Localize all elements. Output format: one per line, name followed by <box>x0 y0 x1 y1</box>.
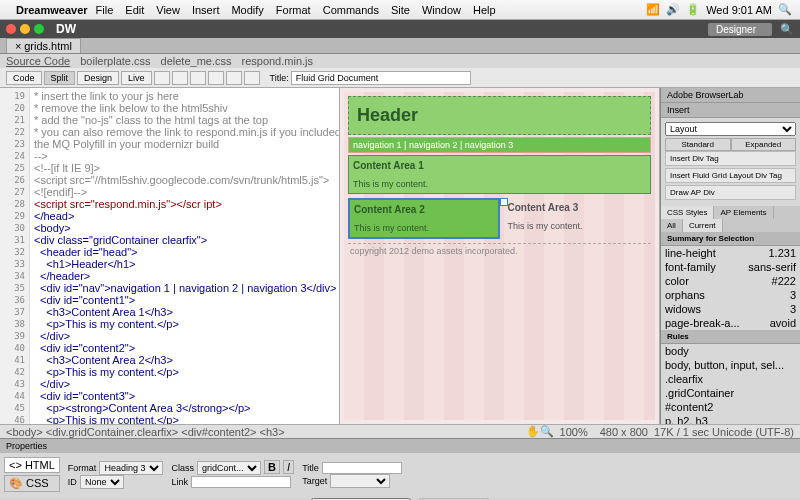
document-toolbar: Code Split Design Live Title: <box>0 68 800 88</box>
close-icon[interactable]: × <box>15 40 21 52</box>
zoom-level[interactable]: 100% <box>560 426 588 438</box>
css-properties-list[interactable]: line-height1.231font-familysans-serifcol… <box>661 246 800 330</box>
menu-format[interactable]: Format <box>276 4 311 16</box>
document-tabbar: × grids.html <box>0 38 800 54</box>
preview-nav[interactable]: navigation 1 | navigation 2 | navigation… <box>348 137 651 153</box>
window-size[interactable]: 480 x 800 <box>600 426 648 438</box>
refresh-icon[interactable] <box>244 71 260 85</box>
multiscreen-icon[interactable] <box>208 71 224 85</box>
clock[interactable]: Wed 9:01 AM <box>706 4 772 16</box>
spotlight-icon[interactable]: 🔍 <box>778 3 792 16</box>
preview-content2-selected[interactable]: Content Area 2 This is my content. <box>348 198 500 239</box>
menu-window[interactable]: Window <box>422 4 461 16</box>
menu-modify[interactable]: Modify <box>231 4 263 16</box>
related-files-bar: Source Code boilerplate.css delete_me.cs… <box>0 54 800 68</box>
design-view-button[interactable]: Design <box>77 71 119 85</box>
workspace-dropdown[interactable]: Designer <box>708 23 772 36</box>
css-mode-button[interactable]: 🎨 CSS <box>4 475 60 492</box>
menu-site[interactable]: Site <box>391 4 410 16</box>
dw-logo: DW <box>56 22 76 36</box>
insert-category-dropdown[interactable]: Layout <box>665 122 796 136</box>
page-stats: 17K / 1 sec Unicode (UTF-8) <box>654 426 794 438</box>
italic-icon[interactable]: I <box>283 460 294 474</box>
current-button[interactable]: Current <box>683 219 723 232</box>
preview-content3[interactable]: Content Area 3 This is my content. <box>504 198 652 239</box>
related-file[interactable]: boilerplate.css <box>80 55 150 67</box>
live-code-icon[interactable] <box>154 71 170 85</box>
preview-footer[interactable]: copyright 2012 demo assets incorporated. <box>348 243 651 258</box>
expanded-button[interactable]: Expanded <box>731 138 797 151</box>
inspect-icon[interactable] <box>172 71 188 85</box>
css-rules-list[interactable]: bodybody, button, input, sel....clearfix… <box>661 344 800 424</box>
app-toolbar: DW Designer 🔍 <box>0 20 800 38</box>
summary-header: Summary for Selection <box>661 232 800 246</box>
volume-icon[interactable]: 🔊 <box>666 3 680 16</box>
document-tab[interactable]: × grids.html <box>6 38 81 53</box>
browserlab-panel[interactable]: Adobe BrowserLab <box>661 88 800 103</box>
code-editor[interactable]: * insert the link to your js here* remov… <box>30 88 339 424</box>
properties-header[interactable]: Properties <box>0 439 800 453</box>
window-minimize-icon[interactable] <box>20 24 30 34</box>
browser-preview-icon[interactable] <box>226 71 242 85</box>
format-dropdown[interactable]: Heading 3 <box>99 461 163 475</box>
class-dropdown[interactable]: gridCont... <box>197 461 261 475</box>
ap-elements-tab[interactable]: AP Elements <box>714 206 773 219</box>
window-zoom-icon[interactable] <box>34 24 44 34</box>
menu-file[interactable]: File <box>96 4 114 16</box>
link-input[interactable] <box>191 476 291 488</box>
preview-header[interactable]: Header <box>348 96 651 135</box>
app-name[interactable]: Dreamweaver <box>16 4 88 16</box>
rules-header: Rules <box>661 330 800 344</box>
server-icon[interactable] <box>190 71 206 85</box>
title-input[interactable] <box>291 71 471 85</box>
split-view-button[interactable]: Split <box>44 71 76 85</box>
right-panels: Adobe BrowserLab Insert Layout Standard … <box>660 88 800 424</box>
menu-edit[interactable]: Edit <box>125 4 144 16</box>
search-icon[interactable]: 🔍 <box>780 23 794 36</box>
wifi-icon[interactable]: 📶 <box>646 3 660 16</box>
draw-ap-div-button[interactable]: Draw AP Div <box>665 185 796 200</box>
code-pane[interactable]: 1920212223242526272829303132333435363738… <box>0 88 340 424</box>
preview-content1[interactable]: Content Area 1 This is my content. <box>348 155 651 194</box>
id-dropdown[interactable]: None <box>80 475 124 489</box>
menu-commands[interactable]: Commands <box>323 4 379 16</box>
window-close-icon[interactable] <box>6 24 16 34</box>
title-field[interactable] <box>322 462 402 474</box>
properties-inspector: Properties <> HTML 🎨 CSS Format Heading … <box>0 438 800 498</box>
resize-handle-icon[interactable] <box>500 198 508 206</box>
live-view-button[interactable]: Live <box>121 71 152 85</box>
menu-view[interactable]: View <box>156 4 180 16</box>
tag-selector-bar: <body> <div.gridContainer.clearfix> <div… <box>0 424 800 438</box>
html-mode-button[interactable]: <> HTML <box>4 457 60 473</box>
tag-selector[interactable]: <body> <div.gridContainer.clearfix> <div… <box>6 426 285 438</box>
bold-icon[interactable]: B <box>264 460 280 474</box>
related-file[interactable]: delete_me.css <box>161 55 232 67</box>
standard-button[interactable]: Standard <box>665 138 731 151</box>
related-file[interactable]: Source Code <box>6 55 70 67</box>
menu-insert[interactable]: Insert <box>192 4 220 16</box>
insert-fluid-div-button[interactable]: Insert Fluid Grid Layout Div Tag <box>665 168 796 183</box>
insert-div-button[interactable]: Insert Div Tag <box>665 151 796 166</box>
code-view-button[interactable]: Code <box>6 71 42 85</box>
line-gutter: 1920212223242526272829303132333435363738… <box>0 88 30 424</box>
css-styles-tab[interactable]: CSS Styles <box>661 206 714 219</box>
battery-icon[interactable]: 🔋 <box>686 3 700 16</box>
all-button[interactable]: All <box>661 219 683 232</box>
hand-tool-icon[interactable]: ✋ <box>526 425 540 438</box>
menu-help[interactable]: Help <box>473 4 496 16</box>
zoom-tool-icon[interactable]: 🔍 <box>540 425 554 438</box>
design-pane[interactable]: Header navigation 1 | navigation 2 | nav… <box>340 88 660 424</box>
title-label: Title: <box>270 73 289 83</box>
target-dropdown[interactable] <box>330 474 390 488</box>
insert-panel[interactable]: Insert <box>661 103 800 118</box>
related-file[interactable]: respond.min.js <box>241 55 313 67</box>
macos-menubar: Dreamweaver File Edit View Insert Modify… <box>0 0 800 20</box>
